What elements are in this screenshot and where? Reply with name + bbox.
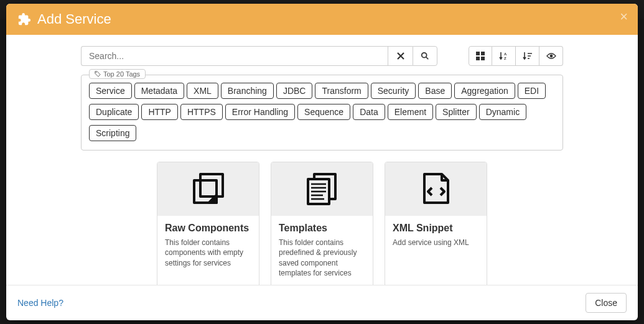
top-tags-fieldset: Top 20 Tags ServiceMetadataXMLBranchingJ… bbox=[81, 75, 563, 150]
tag-service[interactable]: Service bbox=[89, 83, 132, 99]
tag-splitter[interactable]: Splitter bbox=[436, 104, 477, 120]
tag-transform[interactable]: Transform bbox=[315, 83, 368, 99]
tag-xml[interactable]: XML bbox=[187, 83, 218, 99]
tag-http[interactable]: HTTP bbox=[141, 104, 178, 120]
card-body: Raw ComponentsThis folder contains compo… bbox=[157, 216, 259, 277]
grid-view-button[interactable] bbox=[469, 46, 492, 66]
svg-rect-5 bbox=[481, 57, 485, 60]
svg-point-0 bbox=[422, 53, 427, 58]
card-templates[interactable]: TemplatesThis folder contains predefined… bbox=[271, 162, 373, 285]
tags-icon bbox=[95, 71, 101, 77]
tag-jdbc[interactable]: JDBC bbox=[276, 83, 313, 99]
search-input[interactable] bbox=[81, 46, 388, 66]
tags-legend: Top 20 Tags bbox=[89, 69, 146, 79]
sort-size-button[interactable] bbox=[516, 46, 539, 66]
search-toolbar: AZ bbox=[81, 46, 563, 66]
svg-rect-13 bbox=[200, 174, 223, 197]
card-body: TemplatesThis folder contains predefined… bbox=[271, 216, 373, 285]
eye-icon bbox=[546, 52, 556, 60]
add-service-modal: Add Service × bbox=[6, 4, 638, 320]
view-toggle-group: AZ bbox=[469, 46, 563, 66]
sort-az-icon: AZ bbox=[499, 52, 509, 60]
tag-branching[interactable]: Branching bbox=[221, 83, 274, 99]
card-raw-components[interactable]: Raw ComponentsThis folder contains compo… bbox=[157, 162, 259, 285]
tag-data[interactable]: Data bbox=[353, 104, 385, 120]
sort-amount-icon bbox=[523, 52, 533, 60]
tag-dynamic[interactable]: Dynamic bbox=[479, 104, 526, 120]
cards-row: Raw ComponentsThis folder contains compo… bbox=[19, 162, 625, 285]
tag-security[interactable]: Security bbox=[371, 83, 416, 99]
puzzle-icon bbox=[17, 12, 31, 26]
svg-rect-2 bbox=[476, 52, 480, 55]
tags-legend-label: Top 20 Tags bbox=[103, 70, 140, 78]
card-title: Templates bbox=[279, 222, 365, 234]
card-body: XML SnippetAdd service using XML bbox=[385, 216, 487, 256]
card-desc: This folder contains predefined & previo… bbox=[279, 238, 365, 278]
tag-edi[interactable]: EDI bbox=[518, 83, 546, 99]
tag-element[interactable]: Element bbox=[388, 104, 433, 120]
svg-point-12 bbox=[96, 72, 97, 73]
card-desc: Add service using XML bbox=[393, 238, 479, 248]
modal-body: AZ Top 20 Ta bbox=[6, 35, 638, 285]
svg-point-11 bbox=[549, 55, 553, 58]
tag-duplicate[interactable]: Duplicate bbox=[89, 104, 139, 120]
modal-header: Add Service × bbox=[6, 4, 638, 35]
card-xml-snippet[interactable]: XML SnippetAdd service using XML bbox=[385, 162, 487, 285]
tag-base[interactable]: Base bbox=[418, 83, 452, 99]
svg-text:A: A bbox=[504, 52, 507, 56]
times-icon bbox=[397, 52, 404, 60]
card-desc: This folder contains components with emp… bbox=[165, 238, 251, 268]
svg-rect-4 bbox=[476, 57, 480, 60]
search-button[interactable] bbox=[413, 46, 437, 66]
need-help-link[interactable]: Need Help? bbox=[17, 298, 63, 308]
card-icon bbox=[157, 162, 259, 216]
tag-metadata[interactable]: Metadata bbox=[134, 83, 184, 99]
tags-container: ServiceMetadataXMLBranchingJDBCTransform… bbox=[88, 80, 556, 144]
close-button[interactable]: Close bbox=[586, 293, 627, 313]
svg-line-1 bbox=[426, 57, 429, 60]
tag-aggregation[interactable]: Aggregation bbox=[454, 83, 515, 99]
tag-sequence[interactable]: Sequence bbox=[297, 104, 350, 120]
modal-footer: Need Help? Close bbox=[6, 285, 638, 320]
modal-title: Add Service bbox=[37, 11, 111, 27]
sort-az-button[interactable]: AZ bbox=[492, 46, 516, 66]
card-icon bbox=[271, 162, 373, 216]
clear-search-button[interactable] bbox=[388, 46, 413, 66]
tag-error-handling[interactable]: Error Handling bbox=[225, 104, 295, 120]
preview-toggle-button[interactable] bbox=[539, 46, 563, 66]
close-icon[interactable]: × bbox=[620, 10, 628, 24]
card-icon bbox=[385, 162, 487, 216]
card-title: Raw Components bbox=[165, 222, 251, 234]
grid-icon bbox=[476, 52, 485, 60]
tag-scripting[interactable]: Scripting bbox=[89, 125, 136, 141]
search-icon bbox=[421, 52, 429, 60]
svg-text:Z: Z bbox=[504, 57, 506, 60]
svg-rect-3 bbox=[481, 52, 485, 55]
card-title: XML Snippet bbox=[393, 222, 479, 234]
search-group bbox=[81, 46, 437, 66]
tag-https[interactable]: HTTPS bbox=[180, 104, 223, 120]
